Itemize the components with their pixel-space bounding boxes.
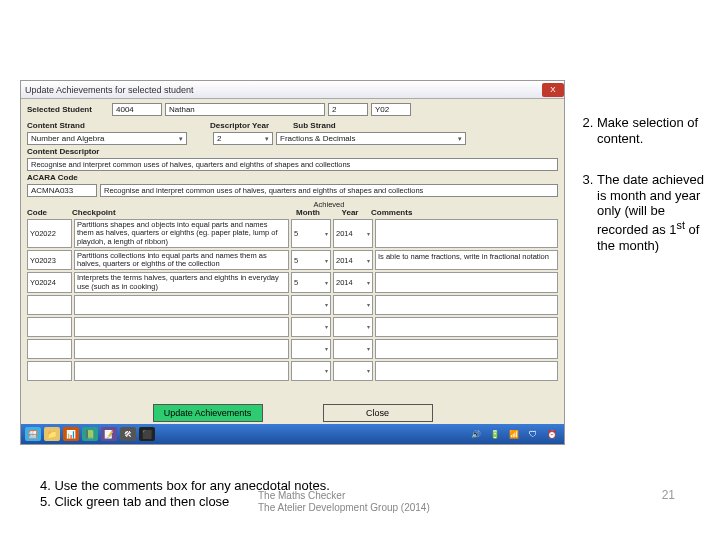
dialog-body: Selected Student 4004 Nathan 2 Y02 Conte…	[21, 99, 564, 387]
table-row	[27, 339, 558, 359]
word-icon[interactable]: 📝	[101, 427, 117, 441]
content-descriptor-label: Content Descriptor	[27, 147, 117, 156]
row-comments-input[interactable]: Is able to name fractions, write in frac…	[375, 250, 558, 271]
acara-code-label: ACARA Code	[27, 173, 97, 182]
network-icon[interactable]: 📶	[506, 427, 522, 441]
footer-credit: The Maths Checker The Atelier Developmen…	[258, 490, 483, 514]
selected-student-label: Selected Student	[27, 105, 109, 114]
row-code	[27, 361, 72, 381]
descriptor-year-label: Descriptor Year	[210, 121, 282, 130]
instruction-notes-side: Make selection of content. The date achi…	[575, 115, 711, 279]
battery-icon[interactable]: 🔋	[487, 427, 503, 441]
row-comments-input[interactable]	[375, 272, 558, 293]
row-month-select[interactable]	[291, 361, 331, 381]
taskbar-tray: 🔊 🔋 📶 🛡 ⏰	[468, 427, 560, 441]
col-checkpoint: Checkpoint	[72, 208, 287, 217]
row-month-select[interactable]: 5	[291, 219, 331, 248]
table-row: Y02023 Partitions collections into equal…	[27, 250, 558, 271]
content-strand-select[interactable]: Number and Algebra	[27, 132, 187, 145]
close-button[interactable]: Close	[323, 404, 433, 422]
row-year-select[interactable]: 2014	[333, 272, 373, 293]
powerpoint-icon[interactable]: 📊	[63, 427, 79, 441]
row-checkpoint: Partitions shapes and objects into equal…	[74, 219, 289, 248]
start-icon[interactable]: 🪟	[25, 427, 41, 441]
row-code	[27, 317, 72, 337]
clock-icon[interactable]: ⏰	[544, 427, 560, 441]
sub-strand-select[interactable]: Fractions & Decimals	[276, 132, 466, 145]
row-checkpoint	[74, 295, 289, 315]
row-month-select[interactable]	[291, 339, 331, 359]
student-year-field[interactable]: Y02	[371, 103, 411, 116]
row-year-select[interactable]	[333, 339, 373, 359]
note-2: Make selection of content.	[597, 115, 711, 146]
checkpoints-table: Achieved Code Checkpoint Month Year Comm…	[27, 200, 558, 381]
row-comments-input[interactable]	[375, 361, 558, 381]
row-code	[27, 295, 72, 315]
row-year-select[interactable]	[333, 317, 373, 337]
update-achievements-button[interactable]: Update Achievements	[153, 404, 263, 422]
col-comments: Comments	[371, 208, 558, 217]
excel-icon[interactable]: 📗	[82, 427, 98, 441]
acara-code-field[interactable]: ACMNA033	[27, 184, 97, 197]
row-year-select[interactable]: 2014	[333, 250, 373, 271]
row-code: Y02022	[27, 219, 72, 248]
row-year-select[interactable]	[333, 295, 373, 315]
row-code: Y02023	[27, 250, 72, 271]
table-row	[27, 361, 558, 381]
student-id-field[interactable]: 4004	[112, 103, 162, 116]
window-titlebar: Update Achievements for selected student…	[21, 81, 564, 99]
row-code	[27, 339, 72, 359]
row-year-select[interactable]	[333, 361, 373, 381]
os-taskbar: 🪟 📁 📊 📗 📝 🛠 ⬛ 🔊 🔋 📶 🛡 ⏰	[21, 424, 564, 444]
col-month: Month	[287, 208, 329, 217]
row-month-select[interactable]	[291, 295, 331, 315]
app-icon[interactable]: ⬛	[139, 427, 155, 441]
shield-icon[interactable]: 🛡	[525, 427, 541, 441]
note-3: The date achieved is month and year only…	[597, 172, 711, 253]
row-month-select[interactable]	[291, 317, 331, 337]
descriptor-year-select[interactable]: 2	[213, 132, 273, 145]
acara-text-field[interactable]: Recognise and interpret common uses of h…	[100, 184, 558, 197]
content-descriptor-select[interactable]: Recognise and interpret common uses of h…	[27, 158, 558, 171]
row-checkpoint	[74, 317, 289, 337]
explorer-icon[interactable]: 📁	[44, 427, 60, 441]
row-comments-input[interactable]	[375, 339, 558, 359]
row-checkpoint: Interprets the terms halves, quarters an…	[74, 272, 289, 293]
window-title: Update Achievements for selected student	[25, 85, 194, 95]
row-checkpoint: Partitions collections into equal parts …	[74, 250, 289, 271]
table-row	[27, 295, 558, 315]
col-year: Year	[329, 208, 371, 217]
row-code: Y02024	[27, 272, 72, 293]
col-code: Code	[27, 208, 72, 217]
table-row	[27, 317, 558, 337]
window-close-button[interactable]: X	[542, 83, 564, 97]
row-comments-input[interactable]	[375, 295, 558, 315]
taskbar-apps: 🪟 📁 📊 📗 📝 🛠 ⬛	[25, 427, 155, 441]
content-strand-label: Content Strand	[27, 121, 109, 130]
row-year-select[interactable]: 2014	[333, 219, 373, 248]
row-comments-input[interactable]	[375, 219, 558, 248]
row-month-select[interactable]: 5	[291, 272, 331, 293]
app-window: Update Achievements for selected student…	[20, 80, 565, 445]
student-name-field[interactable]: Nathan	[165, 103, 325, 116]
page-number: 21	[662, 488, 675, 502]
row-month-select[interactable]: 5	[291, 250, 331, 271]
volume-icon[interactable]: 🔊	[468, 427, 484, 441]
button-bar: Update Achievements Close	[21, 404, 564, 422]
row-comments-input[interactable]	[375, 317, 558, 337]
sub-strand-label: Sub Strand	[293, 121, 345, 130]
table-row: Y02024 Interprets the terms halves, quar…	[27, 272, 558, 293]
app-icon[interactable]: 🛠	[120, 427, 136, 441]
row-checkpoint	[74, 339, 289, 359]
student-grade-field[interactable]: 2	[328, 103, 368, 116]
table-row: Y02022 Partitions shapes and objects int…	[27, 219, 558, 248]
row-checkpoint	[74, 361, 289, 381]
